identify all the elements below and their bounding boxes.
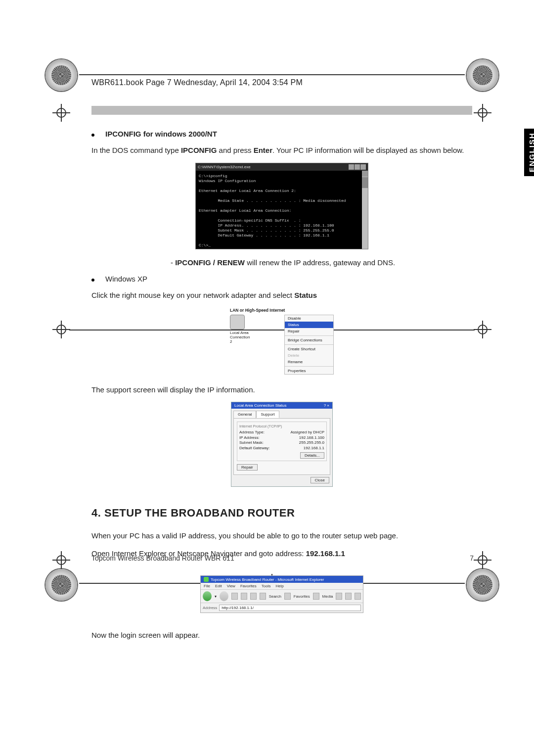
bullet-icon: [91, 279, 94, 282]
renew-line: - IPCONFIG / RENEW will renew the IP add…: [91, 258, 472, 267]
bullet-icon: [91, 134, 94, 137]
kv-addr-type-k: Address Type:: [239, 430, 265, 434]
menu-item-rename: Rename: [285, 359, 333, 365]
footer-left: Topcom Wireless Broadband Router WBR 611: [91, 554, 234, 562]
min-icon: [349, 164, 354, 170]
section4-p1: When your PC has a valid IP address, you…: [91, 530, 472, 541]
dialog-buttons-icon: ? ×: [324, 403, 329, 408]
menu-help: Help: [275, 584, 283, 588]
max-icon: [355, 164, 360, 170]
status-titlebar: Local Area Connection Status ? ×: [231, 402, 332, 409]
section-title: Internet Protocol (TCP/IP): [239, 424, 324, 428]
favorites-icon: [284, 593, 291, 600]
kv-gw-v: 192.168.1.1: [304, 446, 324, 450]
footer-page-number: 7: [470, 554, 474, 562]
cmd-titlebar: C:\WINNT\System32\cmd.exe: [196, 163, 368, 171]
reg-mark-right-top: [474, 104, 491, 122]
menu-item-delete: Delete: [285, 352, 333, 359]
search-icon: [260, 593, 266, 600]
page-header: WBR611.book Page 7 Wednesday, April 14, …: [91, 78, 472, 87]
ipconfig-heading: IPCONFIG for windows 2000/NT: [105, 130, 217, 138]
ie-logo-icon: [204, 577, 209, 582]
details-button: Details...: [300, 452, 324, 459]
ie-addressbar: Address http://192.168.1.1/: [201, 603, 363, 613]
ie-titlebar: Topcom Wireless Broadband Router - Micro…: [201, 576, 363, 583]
ctx-title: LAN or High-Speed Internet: [230, 308, 334, 313]
menu-item-status: Status: [285, 322, 333, 328]
cmd-window: C:\WINNT\System32\cmd.exe C:\>ipconfig W…: [195, 163, 368, 249]
winxp-bullet: Windows XP: [105, 275, 147, 283]
menu-tools: Tools: [262, 584, 271, 588]
menu-edit: Edit: [215, 584, 222, 588]
menu-view: View: [227, 584, 235, 588]
stop-icon: [231, 593, 238, 600]
mail-icon: [345, 593, 352, 600]
language-tab: ENGLISH: [524, 129, 534, 176]
menu-favorites: Favorites: [240, 584, 257, 588]
reg-mark-right-mid: [474, 321, 491, 338]
tab-support: Support: [256, 411, 279, 418]
scrollbar: [362, 171, 368, 249]
media-icon: [313, 593, 319, 600]
menu-item-properties: Properties: [285, 368, 333, 374]
kv-gw-k: Default Gateway:: [239, 446, 269, 450]
network-adapter-icon: [230, 315, 245, 330]
history-icon: [336, 593, 342, 600]
kv-ip-k: IP Address:: [239, 435, 260, 440]
context-menu: Disable Status Repair Bridge Connections…: [284, 315, 334, 375]
refresh-icon: [241, 593, 247, 600]
ie-window: Topcom Wireless Broadband Router - Micro…: [200, 575, 363, 613]
close-icon: [360, 164, 366, 170]
print-icon: [355, 593, 361, 600]
menu-item-repair: Repair: [285, 328, 333, 334]
crop-circle-tl: [45, 59, 77, 91]
header-bar: [91, 106, 472, 115]
menu-item-bridge: Bridge Connections: [285, 337, 333, 343]
crop-line-top: [79, 74, 465, 75]
menu-item-disable: Disable: [285, 315, 333, 322]
ipconfig-paragraph: In the DOS command type IPCONFIG and pre…: [91, 145, 472, 156]
adapter-label: Local Area Connection 2: [230, 331, 250, 344]
tab-general: General: [233, 411, 256, 418]
login-line: Now the login screen will appear.: [91, 630, 472, 641]
section-4-title: 4. SETUP THE BROADBAND ROUTER: [91, 507, 472, 520]
kv-ip-v: 192.168.1.100: [299, 435, 324, 440]
address-value: http://192.168.1.1/: [219, 605, 361, 611]
home-icon: [250, 593, 257, 600]
support-line: The support screen will display the IP i…: [91, 384, 472, 395]
kv-mask-k: Subnet Mask:: [239, 440, 264, 445]
reg-mark-left-top: [52, 104, 70, 122]
cmd-body: C:\>ipconfig Windows IP Configuration Et…: [196, 171, 368, 249]
menu-item-shortcut: Create Shortcut: [285, 346, 333, 352]
address-label: Address: [203, 606, 217, 610]
kv-addr-type-v: Assigned by DHCP: [291, 430, 324, 434]
winxp-instruction: Click the right mouse key on your networ…: [91, 290, 472, 301]
close-button: Close: [311, 477, 329, 483]
cmd-title-text: C:\WINNT\System32\cmd.exe: [198, 165, 251, 169]
crop-circle-bl: [45, 569, 77, 601]
ie-menubar: File Edit View Favorites Tools Help: [201, 583, 363, 589]
reg-mark-right-bot: [474, 551, 491, 569]
status-dialog: Local Area Connection Status ? × General…: [231, 402, 333, 487]
back-icon: [203, 591, 212, 601]
reg-mark-left-bot: [52, 551, 70, 569]
context-menu-figure: LAN or High-Speed Internet Local Area Co…: [230, 308, 334, 375]
kv-mask-v: 255.255.255.0: [299, 440, 324, 445]
repair-button: Repair: [237, 464, 258, 471]
reg-mark-left-mid: [52, 321, 70, 338]
menu-file: File: [204, 584, 210, 588]
ie-toolbar: ▾ Search Favorites Media: [201, 589, 363, 603]
forward-icon: [220, 591, 228, 601]
